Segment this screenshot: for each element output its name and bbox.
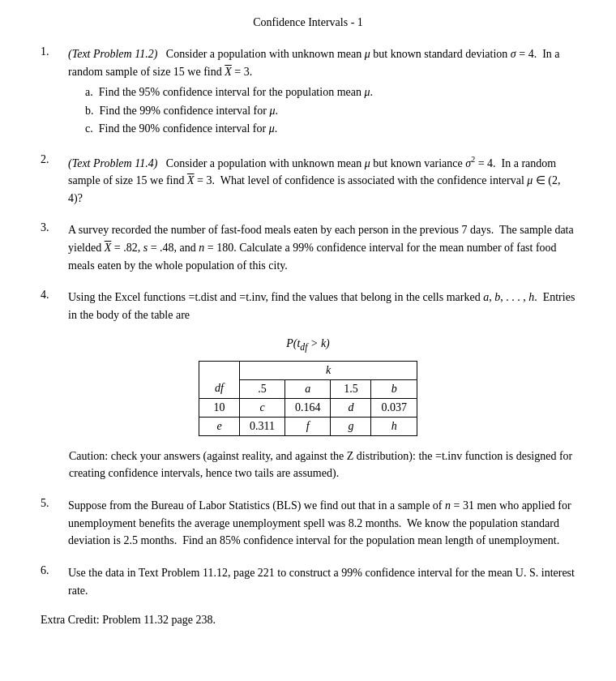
formula-block: P(tdf > k) — [41, 337, 575, 353]
problem-1-text: (Text Problem 11.2) Consider a populatio… — [68, 45, 575, 80]
caution-text: Caution: check your answers (against rea… — [69, 448, 575, 482]
problem-5: 5. Suppose from the Bureau of Labor Stat… — [41, 497, 575, 550]
problem-1-subitems: a. Find the 95% confidence interval for … — [85, 84, 575, 138]
problem-1-sub-b: b. Find the 99% confidence interval for … — [85, 102, 575, 120]
problem-4-number: 4. — [41, 289, 65, 323]
problem-3-number: 3. — [41, 221, 65, 274]
problem-6-number: 6. — [41, 564, 65, 599]
problem-5-number: 5. — [41, 497, 65, 550]
problem-1-number: 1. — [41, 45, 65, 80]
problem-5-text: Suppose from the Bureau of Labor Statist… — [68, 497, 575, 550]
problem-6-text: Use the data in Text Problem 11.12, page… — [68, 564, 575, 599]
problem-2: 2. (Text Problem 11.4) Consider a popula… — [41, 153, 575, 208]
problem-4-text: Using the Excel functions =t.dist and =t… — [68, 289, 575, 323]
problem-1: 1. (Text Problem 11.2) Consider a popula… — [41, 45, 575, 139]
table-row-header: df .5 a 1.5 b — [199, 379, 417, 398]
problem-4: 4. Using the Excel functions =t.dist and… — [41, 289, 575, 482]
problem-2-text: (Text Problem 11.4) Consider a populatio… — [68, 153, 575, 208]
problem-1-sub-a: a. Find the 95% confidence interval for … — [85, 84, 575, 101]
extra-credit: Extra Credit: Problem 11.32 page 238. — [41, 614, 575, 627]
problem-1-sub-c: c. Find the 90% confidence interval for … — [85, 120, 575, 138]
extra-credit-text: Extra Credit: Problem 11.32 page 238. — [41, 614, 216, 626]
table-row-e: e 0.311 f g h — [199, 417, 417, 435]
page-title: Confidence Intervals - 1 — [41, 16, 575, 29]
table-row-10: 10 c 0.164 d 0.037 — [199, 398, 417, 417]
t-distribution-table: k df .5 a 1.5 b 10 c 0.164 d 0.037 e 0.3… — [199, 361, 417, 436]
k-header: k — [240, 361, 417, 379]
problem-2-number: 2. — [41, 153, 65, 208]
problem-6: 6. Use the data in Text Problem 11.12, p… — [41, 564, 575, 599]
problem-3-text: A survey recorded the number of fast-foo… — [68, 221, 575, 274]
table-row-k: k — [199, 361, 417, 379]
table-container: k df .5 a 1.5 b 10 c 0.164 d 0.037 e 0.3… — [41, 361, 575, 436]
problem-3: 3. A survey recorded the number of fast-… — [41, 221, 575, 274]
